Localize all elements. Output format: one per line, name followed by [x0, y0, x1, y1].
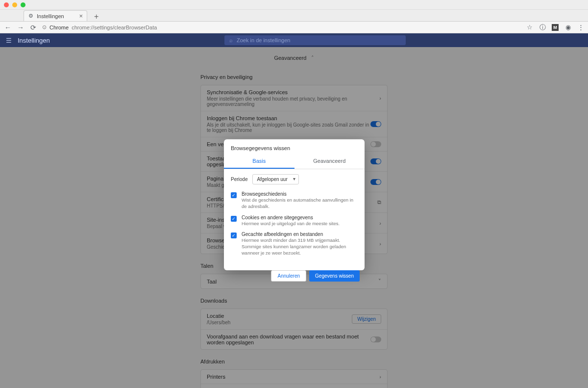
extension-badge[interactable]: M — [552, 24, 559, 31]
tab-advanced[interactable]: Geavanceerd — [294, 154, 365, 169]
url-path: chrome://settings/clearBrowserData — [72, 25, 157, 30]
star-icon[interactable]: ☆ — [526, 24, 533, 31]
period-select[interactable]: Afgelopen uur — [252, 174, 298, 184]
tab-title: Instellingen — [37, 13, 64, 19]
check-row: ✓ Cookies en andere sitegegevens Hiermee… — [231, 215, 358, 227]
settings-header: ☰ Instellingen ⌕ — [0, 33, 588, 47]
check-row: ✓ Gecachte afbeeldingen en bestanden Hie… — [231, 232, 358, 256]
tab-basic[interactable]: Basis — [224, 154, 294, 169]
info-icon[interactable]: ⓘ — [539, 24, 546, 31]
clear-data-dialog: Browsegegevens wissen Basis Geavanceerd … — [224, 139, 365, 270]
tab-bar: ⚙ Instellingen × + — [0, 10, 588, 22]
url-field[interactable]: ⊙ Chrome chrome://settings/clearBrowserD… — [42, 24, 521, 30]
back-button[interactable]: ← — [4, 24, 12, 31]
checkbox-cookies[interactable]: ✓ — [231, 216, 237, 222]
profile-icon[interactable]: ◉ — [564, 24, 571, 31]
search-icon: ⌕ — [229, 37, 233, 43]
dialog-tabs: Basis Geavanceerd — [224, 154, 365, 169]
reload-button[interactable]: ⟳ — [29, 24, 37, 31]
menu-icon[interactable]: ⋮ — [577, 24, 584, 31]
hamburger-icon[interactable]: ☰ — [6, 37, 12, 44]
check-row: ✓ Browsegeschiedenis Wist de geschiedeni… — [231, 191, 358, 210]
gear-icon: ⚙ — [28, 13, 34, 19]
window-titlebar — [0, 0, 588, 10]
new-tab-button[interactable]: + — [91, 12, 101, 21]
browser-tab[interactable]: ⚙ Instellingen × — [24, 10, 87, 21]
period-label: Periode — [231, 177, 247, 182]
clear-data-button[interactable]: Gegevens wissen — [309, 270, 360, 282]
window-close[interactable] — [4, 2, 9, 7]
address-bar: ← → ⟳ ⊙ Chrome chrome://settings/clearBr… — [0, 22, 588, 33]
dialog-title: Browsegegevens wissen — [224, 139, 365, 154]
search-input[interactable] — [237, 37, 401, 43]
close-icon[interactable]: × — [79, 12, 83, 20]
lock-icon: ⊙ — [42, 24, 47, 30]
checkbox-cache[interactable]: ✓ — [231, 233, 237, 238]
url-origin: Chrome — [49, 25, 69, 30]
settings-search[interactable]: ⌕ — [224, 35, 406, 45]
forward-button[interactable]: → — [17, 24, 24, 31]
checkbox-history[interactable]: ✓ — [231, 192, 237, 198]
cancel-button[interactable]: Annuleren — [271, 270, 306, 282]
page-title: Instellingen — [18, 37, 50, 44]
window-maximize[interactable] — [21, 2, 25, 7]
window-minimize[interactable] — [12, 2, 17, 7]
